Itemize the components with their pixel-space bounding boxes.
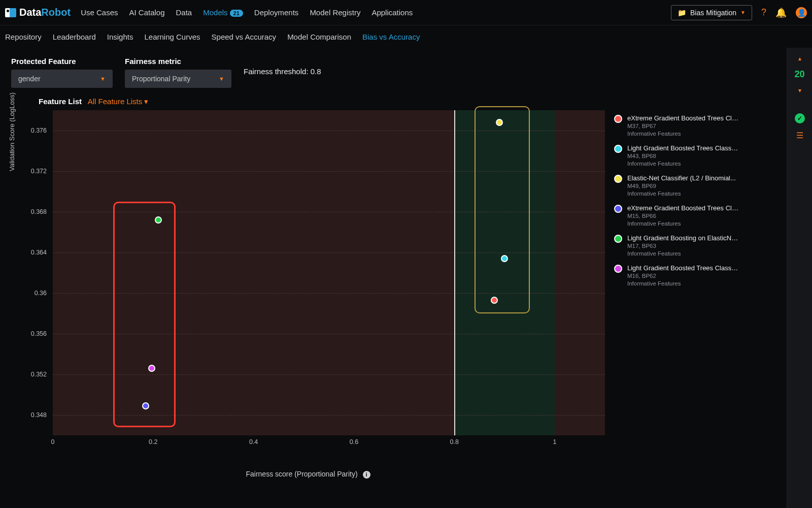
nav-item-data[interactable]: Data [176, 8, 192, 17]
subnav-item-learning-curves[interactable]: Learning Curves [144, 33, 200, 41]
legend-item[interactable]: Elastic-Net Classifier (L2 / Binomial...… [614, 174, 782, 197]
bell-icon[interactable]: 🔔 [775, 7, 787, 18]
top-nav: DataRobot Use CasesAI CatalogDataModels2… [0, 0, 812, 25]
legend-feature-list: Informative Features [627, 160, 739, 167]
logo-icon [5, 8, 16, 17]
protected-feature-value: gender [18, 75, 41, 83]
chevron-down-icon: ▼ [100, 76, 106, 82]
main: Protected Feature gender ▼ Fairness metr… [0, 48, 812, 508]
legend-feature-list: Informative Features [627, 250, 739, 257]
subnav-item-repository[interactable]: Repository [5, 33, 42, 41]
legend-model-name: Light Gradient Boosted Trees Classifi... [627, 144, 739, 152]
legend-model-id: M37, BP67 [627, 122, 739, 130]
legend-item[interactable]: eXtreme Gradient Boosted Trees Classi...… [614, 114, 782, 137]
unfair-cluster-box [113, 202, 176, 427]
nav-item-use-cases[interactable]: Use Cases [81, 8, 118, 17]
y-tick: 0.364 [11, 249, 47, 256]
legend-model-id: M17, BP63 [627, 242, 739, 249]
data-point[interactable] [142, 402, 149, 409]
subnav-item-model-comparison[interactable]: Model Comparison [287, 33, 351, 41]
fairness-metric-label: Fairness metric [125, 57, 231, 66]
feature-list-label: Feature List [39, 97, 82, 106]
fairness-threshold-text: Fairness threshold: 0.8 [244, 67, 321, 78]
legend-model-name: eXtreme Gradient Boosted Trees Classi... [627, 114, 739, 122]
content: Protected Feature gender ▼ Fairness metr… [0, 48, 787, 508]
subnav-item-leaderboard[interactable]: Leaderboard [53, 33, 96, 41]
chart-wrap: Validation Score (LogLoss) 0.3480.3520.3… [11, 110, 782, 479]
legend-feature-list: Informative Features [627, 280, 739, 287]
chevron-down-icon[interactable]: ▾ [798, 87, 801, 94]
chart-area: Validation Score (LogLoss) 0.3480.3520.3… [11, 110, 605, 479]
legend-model-id: M43, BP68 [627, 152, 739, 160]
y-tick: 0.372 [11, 168, 47, 175]
info-icon[interactable]: i [363, 471, 370, 479]
project-selector[interactable]: 📁 Bias Mitigation ▼ [671, 5, 752, 20]
subnav-item-bias-vs-accuracy[interactable]: Bias vs Accuracy [362, 33, 420, 41]
legend-item[interactable]: eXtreme Gradient Boosted Trees Classi...… [614, 204, 782, 227]
legend-model-name: Elastic-Net Classifier (L2 / Binomial... [627, 174, 736, 182]
x-tick: 0.8 [450, 438, 459, 465]
nav-item-applications[interactable]: Applications [371, 8, 413, 17]
queue-list-icon[interactable]: ☰ [796, 131, 803, 140]
data-point[interactable] [491, 297, 498, 304]
legend-model-name: Light Gradient Boosted Trees Classifi... [627, 264, 739, 272]
top-nav-right: 📁 Bias Mitigation ▼ ? 🔔 👤 [671, 5, 807, 20]
legend-feature-list: Informative Features [627, 190, 736, 197]
fairness-metric-control: Fairness metric Proportional Parity ▼ [125, 57, 231, 88]
controls-row: Protected Feature gender ▼ Fairness metr… [11, 57, 782, 88]
plot-outer: Validation Score (LogLoss) 0.3480.3520.3… [11, 110, 605, 456]
data-point[interactable] [155, 216, 162, 224]
legend-feature-list: Informative Features [627, 130, 739, 137]
data-point[interactable] [501, 255, 508, 262]
user-avatar-icon[interactable]: 👤 [796, 7, 807, 18]
y-tick: 0.352 [11, 371, 47, 378]
chevron-up-icon[interactable]: ▴ [798, 55, 801, 62]
nav-item-deployments[interactable]: Deployments [254, 8, 299, 17]
legend-swatch [614, 235, 622, 243]
x-tick: 0.6 [350, 438, 358, 465]
legend-model-id: M49, BP69 [627, 182, 736, 189]
legend-feature-list: Informative Features [627, 220, 739, 227]
legend-item[interactable]: Light Gradient Boosted Trees Classifi...… [614, 264, 782, 287]
right-rail: ▴ 20 ▾ ✓ ☰ [787, 48, 812, 508]
chevron-down-icon: ▼ [219, 76, 224, 82]
legend-model-id: M16, BP62 [627, 272, 739, 279]
feature-list-header: Feature List All Feature Lists ▾ [39, 97, 782, 106]
y-tick: 0.376 [11, 127, 47, 134]
data-point[interactable] [148, 365, 155, 372]
y-tick: 0.356 [11, 330, 47, 337]
legend-swatch [614, 115, 622, 123]
subnav-item-insights[interactable]: Insights [107, 33, 133, 41]
protected-feature-control: Protected Feature gender ▼ [11, 57, 113, 88]
logo-text-2: Robot [41, 7, 71, 18]
protected-feature-label: Protected Feature [11, 57, 113, 66]
nav-item-model-registry[interactable]: Model Registry [310, 8, 360, 17]
nav-item-ai-catalog[interactable]: AI Catalog [129, 8, 164, 17]
legend-item[interactable]: Light Gradient Boosted Trees Classifi...… [614, 144, 782, 167]
y-tick: 0.368 [11, 208, 47, 215]
fairness-metric-select[interactable]: Proportional Parity ▼ [125, 70, 231, 88]
top-nav-items: Use CasesAI CatalogDataModels21Deploymen… [81, 8, 413, 17]
fair-cluster-box [475, 106, 530, 313]
legend-swatch [614, 265, 622, 273]
legend-model-name: eXtreme Gradient Boosted Trees Classi... [627, 204, 739, 212]
legend-item[interactable]: Light Gradient Boosting on ElasticNet...… [614, 234, 782, 257]
legend-model-name: Light Gradient Boosting on ElasticNet... [627, 234, 739, 242]
legend-swatch [614, 175, 622, 183]
feature-list-value: All Feature Lists [88, 97, 143, 106]
feature-list-dropdown[interactable]: All Feature Lists ▾ [88, 97, 149, 106]
scatter-plot[interactable] [53, 110, 605, 435]
subnav-item-speed-vs-accuracy[interactable]: Speed vs Accuracy [212, 33, 277, 41]
status-check-icon[interactable]: ✓ [795, 113, 805, 123]
help-icon[interactable]: ? [761, 7, 766, 18]
data-point[interactable] [496, 119, 503, 126]
protected-feature-select[interactable]: gender ▼ [11, 70, 113, 88]
models-count-badge: 21 [230, 10, 243, 17]
nav-item-models[interactable]: Models21 [203, 8, 243, 17]
x-tick: 0 [51, 438, 55, 465]
worker-count: 20 [794, 69, 804, 80]
legend: eXtreme Gradient Boosted Trees Classi...… [614, 110, 782, 479]
logo[interactable]: DataRobot [5, 7, 71, 18]
legend-model-id: M15, BP66 [627, 212, 739, 219]
legend-swatch [614, 205, 622, 213]
